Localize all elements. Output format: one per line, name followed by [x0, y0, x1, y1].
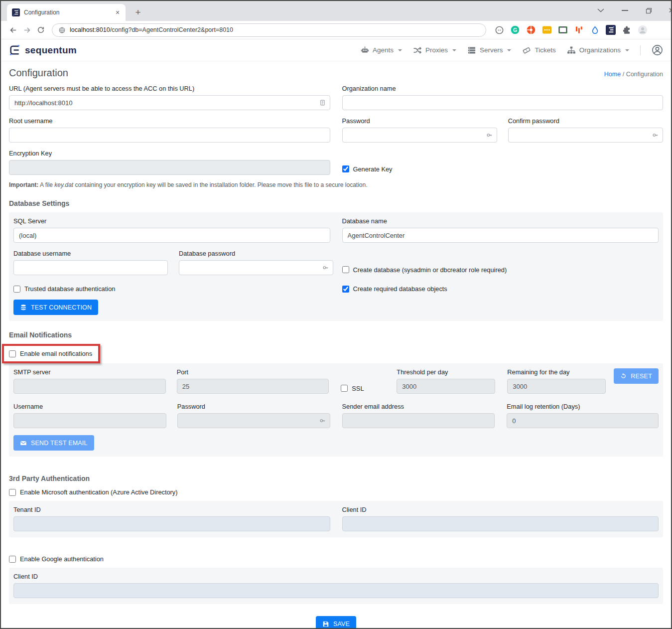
forward-icon[interactable]	[20, 23, 34, 37]
browser-tab-strip: Configuration × + ✕	[1, 1, 671, 21]
restore-window-icon[interactable]	[644, 6, 653, 15]
extensions-puzzle-icon[interactable]	[622, 25, 632, 35]
acc-url-input[interactable]	[9, 95, 330, 110]
extension-circle-icon[interactable]	[494, 25, 504, 35]
send-test-email-label: SEND TEST EMAIL	[31, 440, 88, 447]
trusted-auth-checkbox[interactable]	[13, 286, 20, 293]
site-info-globe-icon[interactable]	[58, 26, 66, 34]
email-password-input	[177, 413, 330, 428]
water-drop-extension-icon[interactable]	[590, 25, 600, 35]
nav-organizations[interactable]: Organizations	[567, 46, 629, 55]
minimize-icon[interactable]	[620, 6, 629, 15]
sequentum-brand[interactable]: sequentum	[9, 44, 77, 56]
trusted-auth-label: Trusted database authentication	[24, 285, 115, 293]
confirm-password-input[interactable]	[508, 128, 663, 143]
orange-bars-extension-icon[interactable]	[574, 25, 584, 35]
threshold-label: Threshold per day	[397, 368, 495, 376]
sql-server-input[interactable]	[13, 228, 330, 243]
grammarly-icon[interactable]: G	[510, 25, 520, 35]
microsoft-auth-checkbox-row: Enable Microsoft authentication (Azure A…	[9, 488, 663, 496]
ssl-checkbox[interactable]	[341, 385, 348, 392]
reload-icon[interactable]	[34, 23, 48, 37]
robot-icon	[361, 46, 369, 54]
retention-input	[507, 413, 659, 428]
nav-organizations-label: Organizations	[579, 46, 621, 54]
brand-text: sequentum	[25, 45, 77, 56]
encryption-key-input	[9, 160, 330, 175]
breadcrumb-home-link[interactable]: Home	[604, 71, 621, 78]
url-text: localhost:8010/config?db=AgentControlCen…	[70, 26, 233, 33]
microsoft-auth-checkbox[interactable]	[9, 489, 16, 496]
caret-down-icon	[452, 49, 456, 51]
google-client-id-label: Client ID	[13, 573, 659, 580]
generate-key-checkbox[interactable]	[342, 165, 349, 172]
google-auth-checkbox-row: Enable Google authentication	[9, 555, 663, 563]
nav-agents[interactable]: Agents	[361, 46, 402, 54]
close-window-icon[interactable]: ✕	[668, 6, 672, 15]
encryption-key-note: Important: A file key.dat containing you…	[9, 181, 663, 188]
chevron-down-icon[interactable]	[596, 6, 605, 15]
enable-email-notifications-label: Enable email notifications	[20, 350, 92, 357]
nav-servers[interactable]: Servers	[467, 46, 512, 55]
sequentum-favicon-icon	[12, 8, 20, 16]
back-icon[interactable]	[6, 23, 20, 37]
save-label: SAVE	[333, 621, 350, 628]
sequentum-extension-icon[interactable]	[606, 25, 616, 35]
page-content: Configuration Home / Configuration URL (…	[1, 61, 671, 629]
port-input	[177, 379, 329, 394]
main-nav: Agents Proxies Servers Tickets	[361, 44, 663, 56]
reset-label: RESET	[631, 373, 652, 380]
email-settings-panel: SMTP server Port SSL Threshold per day	[9, 363, 663, 457]
nav-tickets[interactable]: Tickets	[522, 46, 555, 55]
generate-key-checkbox-row: Generate Key	[342, 165, 393, 173]
remaining-label: Remaining for the day	[507, 368, 606, 376]
nav-proxies[interactable]: Proxies	[413, 46, 456, 55]
encryption-key-label: Encryption Key	[9, 150, 330, 157]
password-input[interactable]	[342, 128, 497, 143]
browser-toolbar: localhost:8010/config?db=AgentControlCen…	[1, 21, 671, 39]
create-database-checkbox[interactable]	[342, 266, 349, 273]
enable-email-notifications-checkbox[interactable]	[9, 350, 16, 357]
close-tab-icon[interactable]: ×	[114, 8, 122, 16]
yellow-dots-extension-icon[interactable]	[542, 25, 552, 35]
database-password-input[interactable]	[179, 260, 333, 275]
shuffle-icon	[413, 46, 422, 55]
root-username-label: Root username	[9, 117, 330, 125]
organization-name-input[interactable]	[342, 95, 664, 110]
browser-tab[interactable]: Configuration ×	[7, 4, 126, 21]
refresh-icon	[620, 373, 627, 379]
caret-down-icon	[625, 49, 629, 51]
create-database-checkbox-row: Create database (sysadmin or dbcreator r…	[342, 266, 507, 274]
root-username-input[interactable]	[9, 128, 330, 143]
retention-label: Email log retention (Days)	[507, 403, 659, 410]
reset-button[interactable]: RESET	[614, 368, 659, 384]
server-stack-icon	[467, 46, 476, 55]
database-password-label: Database password	[179, 250, 333, 257]
send-test-email-button[interactable]: SEND TEST EMAIL	[13, 435, 94, 451]
annotation-highlight-box: Enable email notifications	[2, 344, 100, 363]
new-tab-button[interactable]: +	[131, 5, 145, 20]
address-bar[interactable]: localhost:8010/config?db=AgentControlCen…	[52, 23, 486, 37]
smtp-server-input	[13, 379, 166, 394]
save-button[interactable]: SAVE	[316, 616, 356, 629]
database-name-input[interactable]	[342, 228, 659, 243]
database-icon	[20, 304, 27, 311]
ms-client-id-input	[342, 516, 659, 531]
test-connection-button[interactable]: TEST CONNECTION	[13, 300, 98, 315]
email-username-label: Username	[13, 403, 166, 410]
create-objects-checkbox[interactable]	[342, 286, 349, 293]
orange-ring-extension-icon[interactable]	[526, 25, 536, 35]
sitemap-icon	[567, 46, 576, 55]
nav-proxies-label: Proxies	[425, 46, 448, 54]
database-username-input[interactable]	[13, 260, 168, 275]
google-auth-checkbox[interactable]	[9, 556, 16, 563]
screenshot-frame-icon[interactable]	[558, 25, 568, 35]
database-name-label: Database name	[342, 217, 659, 225]
email-password-label: Password	[177, 403, 330, 410]
create-objects-checkbox-row: Create required database objects	[342, 285, 659, 293]
envelope-icon	[20, 440, 27, 447]
nav-tickets-label: Tickets	[535, 46, 555, 54]
account-menu[interactable]	[652, 44, 663, 56]
browser-profile-avatar[interactable]	[638, 25, 648, 35]
ms-client-id-label: Client ID	[342, 506, 659, 513]
